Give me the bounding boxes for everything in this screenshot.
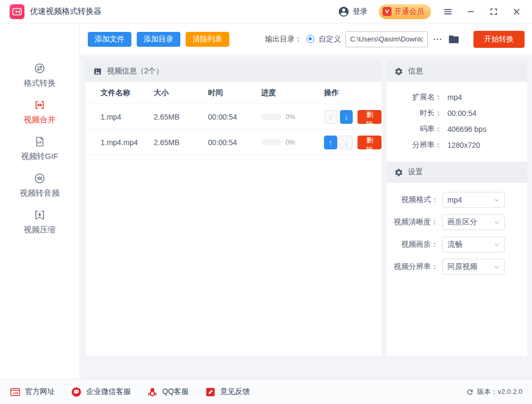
add-file-button[interactable]: 添加文件 — [88, 32, 131, 47]
clear-list-button[interactable]: 清除列表 — [186, 32, 229, 47]
refresh-icon — [466, 388, 474, 396]
sidebar-item-video-compress[interactable]: 视频压缩 — [11, 208, 69, 235]
table-row: 1.mp4 2.65MB 00:00:54 0% ↑ ↓ 删除 — [86, 104, 381, 130]
app-logo-icon — [10, 4, 24, 19]
video-merge-icon — [34, 99, 46, 111]
settings-panel-header: 设置 — [387, 162, 527, 183]
info-row-duration: 时长： 00:00:54 — [387, 105, 527, 121]
delete-button[interactable]: 删除 — [358, 110, 381, 124]
select-value: 同原视频 — [447, 262, 477, 272]
settings-panel-title: 设置 — [408, 167, 423, 177]
add-folder-button[interactable]: 添加目录 — [137, 32, 180, 47]
col-file-name: 文件名称 — [101, 88, 154, 98]
gear-icon — [394, 67, 403, 76]
sidebar-item-label: 视频转音频 — [20, 188, 60, 198]
video-to-gif-icon: GIF — [34, 136, 46, 148]
select-value: 画质区分 — [447, 217, 477, 227]
video-resolution-select[interactable]: 同原视频 — [442, 259, 505, 275]
table-row: 1.mp4.mp4 2.65MB 00:00:54 0% ↑ ↓ 删除 — [86, 130, 381, 155]
video-compress-icon — [34, 209, 46, 221]
setting-label: 视频格式： — [401, 195, 438, 205]
setting-row-format: 视频格式： mp4 — [387, 192, 527, 208]
info-value: 1280x720 — [447, 141, 480, 149]
settings-fields: 视频格式： mp4 视频清晰度： 画质区分 视频画质： 流畅 — [387, 183, 527, 284]
progress-cell: 0% — [261, 139, 324, 146]
move-down-button[interactable]: ↓ — [340, 136, 353, 149]
info-label: 扩展名： — [387, 92, 442, 102]
footer-link-label: 企业微信客服 — [86, 387, 131, 397]
browse-more-button[interactable]: ··· — [432, 35, 444, 44]
info-panel-title: 信息 — [408, 66, 423, 76]
row-actions: ↑ ↓ 删除 — [324, 110, 381, 124]
footer-link-label: 意见反馈 — [220, 387, 250, 397]
image-icon — [93, 67, 102, 76]
qq-support-link[interactable]: QQ客服 — [147, 386, 189, 398]
login-button[interactable]: 登录 — [338, 6, 368, 18]
sidebar-item-label: 视频合并 — [24, 115, 56, 125]
col-actions: 操作 — [324, 88, 381, 98]
progress-label: 0% — [286, 113, 295, 121]
close-icon[interactable] — [511, 6, 522, 18]
video-quality-select[interactable]: 流畅 — [442, 237, 505, 252]
sidebar-item-video-to-gif[interactable]: GIF 视频转GIF — [11, 134, 69, 162]
progress-label: 0% — [286, 139, 295, 146]
version-info: 版本：v2.0.2.0 — [466, 387, 522, 397]
maximize-icon[interactable] — [488, 6, 500, 18]
login-label: 登录 — [353, 7, 368, 16]
open-folder-icon[interactable] — [448, 33, 460, 45]
sidebar-item-label: 视频转GIF — [21, 152, 59, 162]
table-header: 文件名称 大小 时间 进度 操作 — [86, 82, 381, 104]
info-value: 00:00:54 — [447, 109, 477, 117]
setting-label: 视频画质： — [401, 240, 438, 249]
sidebar-item-video-merge[interactable]: 视频合并 — [11, 98, 69, 125]
feedback-icon — [205, 386, 216, 398]
wechat-support-icon — [71, 386, 82, 398]
row-actions: ↑ ↓ 删除 — [324, 136, 381, 149]
sidebar-item-video-to-audio[interactable]: 视频转音频 — [11, 171, 69, 199]
custom-radio[interactable] — [306, 35, 314, 43]
start-convert-button[interactable]: 开始转换 — [473, 31, 525, 48]
video-clarity-select[interactable]: 画质区分 — [442, 214, 505, 230]
move-up-button[interactable]: ↑ — [324, 136, 337, 149]
feedback-link[interactable]: 意见反馈 — [205, 386, 250, 398]
move-down-button[interactable]: ↓ — [340, 110, 353, 124]
move-up-button[interactable]: ↑ — [324, 110, 337, 124]
vip-label: 开通会员 — [394, 7, 424, 16]
app-title: 优速视频格式转换器 — [30, 6, 102, 16]
video-info-panel: 视频信息（2个） 文件名称 大小 时间 进度 操作 1.mp4 2.65MB 0… — [86, 61, 381, 356]
wechat-support-link[interactable]: 企业微信客服 — [71, 386, 131, 398]
file-name: 1.mp4 — [101, 113, 154, 121]
toolbar: 添加文件 添加目录 清除列表 输出目录： 自定义 ··· 开始转换 — [80, 24, 532, 55]
setting-row-clarity: 视频清晰度： 画质区分 — [387, 214, 527, 230]
sidebar-item-format-convert[interactable]: 格式转换 — [11, 61, 69, 89]
info-label: 码率： — [387, 124, 442, 134]
delete-button[interactable]: 删除 — [358, 136, 381, 149]
content-area: 视频信息（2个） 文件名称 大小 时间 进度 操作 1.mp4 2.65MB 0… — [80, 55, 532, 379]
sidebar: 格式转换 视频合并 GIF 视频转GIF 视频转音频 视频压缩 — [0, 24, 80, 379]
vip-icon — [383, 7, 392, 16]
chevron-down-icon — [494, 242, 500, 248]
version-label: 版本：v2.0.2.0 — [477, 387, 522, 397]
video-to-audio-icon — [34, 172, 46, 184]
svg-text:.com: .com — [12, 391, 19, 394]
info-value: 406696 bps — [447, 125, 486, 133]
menu-icon[interactable] — [442, 6, 454, 18]
info-row-bitrate: 码率： 406696 bps — [387, 121, 527, 137]
chevron-down-icon — [494, 220, 500, 225]
output-path-input[interactable] — [345, 31, 428, 47]
setting-label: 视频清晰度： — [394, 217, 438, 227]
sidebar-item-label: 视频压缩 — [24, 225, 56, 235]
minimize-icon[interactable] — [465, 6, 477, 18]
gear-icon — [394, 168, 403, 177]
video-format-select[interactable]: mp4 — [442, 192, 505, 208]
info-fields: 扩展名： mp4 时长： 00:00:54 码率： 406696 bps 分辨率… — [387, 82, 527, 162]
info-row-extension: 扩展名： mp4 — [387, 89, 527, 105]
official-website-link[interactable]: .com 官方网址 — [10, 386, 55, 398]
info-panel-header: 信息 — [387, 61, 527, 82]
col-time: 时间 — [208, 88, 261, 98]
file-name: 1.mp4.mp4 — [101, 138, 154, 147]
progress-cell: 0% — [261, 113, 324, 121]
video-info-panel-header: 视频信息（2个） — [86, 61, 381, 82]
format-convert-icon — [34, 62, 46, 74]
vip-button[interactable]: 开通会员 — [379, 4, 431, 19]
